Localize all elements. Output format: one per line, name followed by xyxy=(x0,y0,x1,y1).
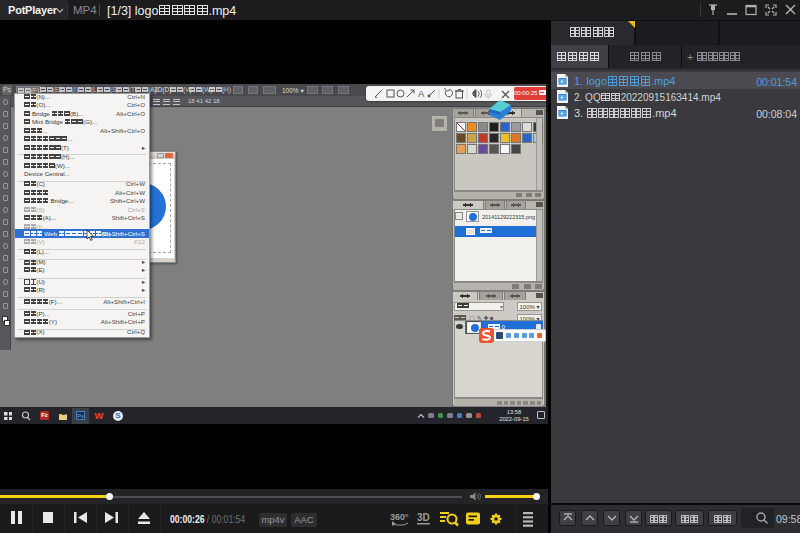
svg-text:3D: 3D xyxy=(417,512,430,523)
svg-text:360°: 360° xyxy=(390,512,409,522)
